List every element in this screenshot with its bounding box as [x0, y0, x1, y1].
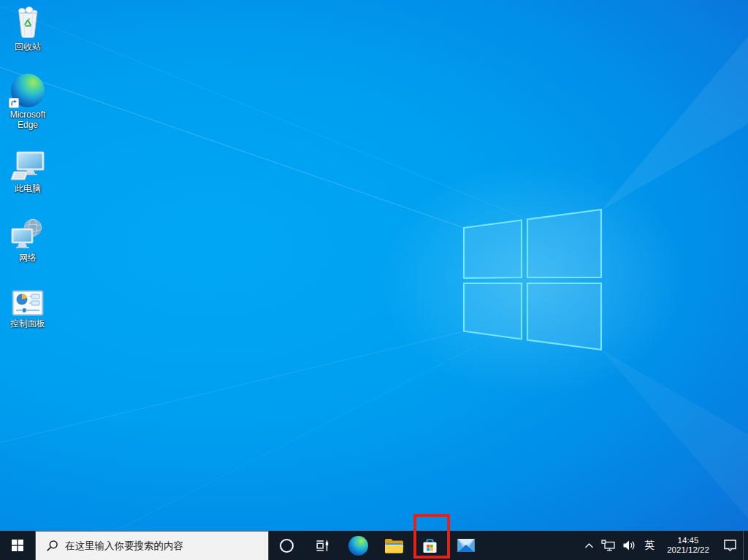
system-tray: 英 14:45 2021/12/22: [579, 531, 748, 560]
clock-time: 14:45: [678, 536, 699, 545]
file-explorer-icon: [384, 537, 404, 554]
desktop-icon-label: Microsoft Edge: [1, 110, 54, 130]
task-view-icon: [316, 539, 329, 553]
network-ethernet-icon: [601, 540, 616, 552]
start-button[interactable]: [0, 531, 35, 560]
shortcut-arrow-icon: [9, 98, 19, 108]
desktop-icon-recycle-bin[interactable]: 回收站: [0, 6, 56, 52]
taskbar-microsoft-store-button[interactable]: [412, 531, 448, 560]
tray-volume-button[interactable]: [619, 531, 639, 560]
desktop-icon-network[interactable]: 网络: [0, 218, 56, 263]
windows-start-icon: [12, 540, 23, 551]
tray-hidden-icons-button[interactable]: [579, 531, 598, 560]
speaker-icon: [622, 540, 636, 551]
desktop-icon-label: 网络: [19, 253, 37, 263]
taskbar-task-view-button[interactable]: [305, 531, 340, 560]
desktop-wallpaper: [0, 0, 748, 560]
taskbar-cortana-button[interactable]: [269, 531, 305, 560]
windows-desktop: 回收站 Microsoft Edge 此电脑: [0, 0, 748, 560]
microsoft-store-icon: [420, 536, 440, 556]
taskbar-search-input[interactable]: 在这里输入你要搜索的内容: [35, 531, 269, 560]
mail-icon: [457, 537, 476, 554]
control-panel-icon: [12, 290, 44, 316]
taskbar-mail-button[interactable]: [448, 531, 484, 560]
desktop-icon-label: 此电脑: [15, 183, 41, 193]
ime-label: 英: [644, 539, 654, 552]
show-desktop-button[interactable]: [743, 531, 748, 560]
chevron-up-icon: [584, 542, 594, 549]
taskbar: 在这里输入你要搜索的内容: [0, 531, 748, 560]
desktop-icon-label: 控制面板: [10, 318, 45, 329]
desktop-icon-label: 回收站: [15, 42, 41, 52]
taskbar-file-explorer-button[interactable]: [376, 531, 412, 560]
wallpaper-light-rays-and-logo: [0, 0, 748, 560]
taskbar-edge-button[interactable]: [340, 531, 376, 560]
search-icon: [46, 540, 58, 552]
search-placeholder: 在这里输入你要搜索的内容: [65, 540, 183, 553]
notification-bubble-icon: [723, 539, 737, 552]
tray-action-center-button[interactable]: [717, 531, 743, 560]
tray-network-button[interactable]: [598, 531, 619, 560]
edge-icon: [11, 74, 45, 107]
cortana-icon: [280, 539, 294, 553]
edge-icon: [348, 536, 368, 556]
tray-ime-indicator[interactable]: 英: [639, 531, 660, 560]
tray-clock[interactable]: 14:45 2021/12/22: [660, 531, 717, 560]
network-icon: [10, 218, 45, 250]
this-pc-icon: [10, 150, 45, 181]
clock-date: 2021/12/22: [667, 545, 709, 555]
desktop-icon-control-panel[interactable]: 控制面板: [0, 290, 56, 329]
desktop-icon-this-pc[interactable]: 此电脑: [0, 150, 56, 193]
recycle-bin-icon: [13, 6, 42, 39]
desktop-icon-microsoft-edge[interactable]: Microsoft Edge: [0, 74, 56, 130]
